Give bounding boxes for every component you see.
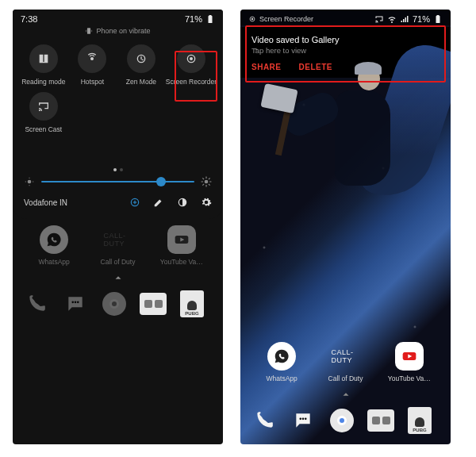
app-row: WhatsApp CALL-DUTY Call of Duty YouTube …	[244, 342, 447, 382]
svg-point-27	[251, 18, 254, 21]
status-notif-text: Screen Recorder	[259, 15, 313, 23]
slider-thumb[interactable]	[156, 177, 166, 186]
chevron-up-icon	[340, 389, 351, 400]
brightness-slider[interactable]	[13, 176, 223, 187]
app-cod[interactable]: CALL-DUTY Call of Duty	[87, 225, 148, 266]
svg-point-9	[205, 180, 209, 184]
app-whatsapp[interactable]: WhatsApp	[251, 342, 312, 382]
tile-screen-cast[interactable]: Screen Cast	[19, 92, 68, 133]
whatsapp-icon	[46, 232, 62, 248]
battery-icon	[205, 14, 215, 24]
svg-point-24	[75, 301, 77, 304]
pubg-icon: PUBG	[408, 407, 432, 434]
tile-screen-recorder[interactable]: Screen Recorder	[166, 44, 217, 86]
chrome-icon	[102, 292, 126, 316]
app-drawer-handle[interactable]	[244, 389, 447, 400]
qs-footer: Vodafone IN	[13, 187, 223, 211]
dock: PUBG	[16, 286, 220, 318]
battery-percent: 71%	[413, 14, 430, 24]
messages-icon	[65, 294, 86, 314]
dock-chrome[interactable]	[100, 290, 129, 318]
app-label: Call of Duty	[101, 258, 136, 266]
quick-settings-pane: 7:38 71% Phone on vibrate Reading mode H…	[13, 10, 223, 219]
theme-icon[interactable]	[177, 197, 188, 208]
status-bar: 7:38 71%	[13, 10, 223, 25]
dock-chrome[interactable]	[328, 406, 356, 435]
user-icon[interactable]	[129, 197, 140, 208]
dock-gallery[interactable]	[139, 290, 167, 318]
cast-status-icon	[374, 14, 384, 24]
gallery-icon	[140, 293, 167, 315]
status-notif-chip: Screen Recorder	[248, 15, 313, 23]
whatsapp-icon	[274, 348, 290, 364]
app-label: YouTube Va…	[160, 258, 203, 266]
svg-point-29	[299, 418, 301, 421]
qs-tiles-grid: Reading mode Hotspot Zen Mode Screen Rec…	[13, 35, 223, 135]
wifi-icon	[387, 14, 397, 24]
phone-icon	[26, 294, 47, 314]
dock-gallery[interactable]	[367, 406, 395, 435]
tile-zen-mode[interactable]: Zen Mode	[117, 44, 166, 86]
gallery-icon	[367, 409, 394, 432]
sun-dim-icon	[24, 176, 35, 187]
slider-track[interactable]	[41, 181, 194, 182]
notif-share-button[interactable]: SHARE	[251, 63, 282, 71]
record-icon	[185, 52, 198, 65]
status-right-icons: 71%	[374, 14, 443, 24]
battery-icon	[433, 14, 443, 24]
sun-bright-icon	[201, 176, 212, 187]
gear-icon[interactable]	[201, 197, 212, 208]
app-cod[interactable]: CALL-DUTY Call of Duty	[315, 342, 375, 382]
notification-card[interactable]: Video saved to Gallery Tap here to view …	[240, 27, 451, 78]
svg-point-25	[77, 301, 79, 304]
home-left: WhatsApp CALL-DUTY Call of Duty YouTube …	[13, 219, 223, 328]
app-youtube[interactable]: YouTube Va…	[379, 342, 440, 382]
svg-point-23	[71, 301, 74, 304]
notif-subtitle: Tap here to view	[251, 46, 440, 55]
hotspot-icon	[86, 52, 98, 65]
battery-percent: 71%	[185, 14, 202, 24]
tile-hotspot[interactable]: Hotspot	[68, 44, 117, 86]
dock-pubg[interactable]: PUBG	[178, 290, 206, 318]
dock-phone[interactable]	[250, 406, 278, 435]
edit-icon[interactable]	[153, 197, 164, 208]
svg-point-3	[190, 57, 193, 60]
status-time: 7:38	[21, 14, 37, 24]
youtube-icon	[401, 348, 417, 364]
pubg-icon: PUBG	[180, 290, 204, 317]
record-icon	[248, 15, 256, 23]
notif-title: Video saved to Gallery	[251, 35, 440, 44]
dock-pubg[interactable]: PUBG	[405, 406, 434, 435]
dock-phone[interactable]	[22, 290, 51, 318]
app-label: Call of Duty	[328, 374, 363, 382]
app-row: WhatsApp CALL-DUTY Call of Duty YouTube …	[16, 225, 220, 266]
notif-delete-button[interactable]: DELETE	[299, 63, 332, 71]
cod-wordmark: CALL-DUTY	[331, 348, 359, 364]
book-icon	[37, 52, 50, 65]
youtube-icon	[174, 232, 190, 248]
tile-reading-mode[interactable]: Reading mode	[19, 44, 68, 86]
chrome-icon	[330, 409, 354, 432]
phone-right: Screen Recorder 71% Video saved to Galle…	[240, 10, 451, 444]
page-indicator	[13, 168, 223, 171]
tile-label: Screen Recorder	[166, 78, 217, 86]
messages-icon	[293, 410, 313, 431]
app-whatsapp[interactable]: WhatsApp	[24, 225, 84, 266]
dock-messages[interactable]	[61, 290, 90, 318]
zen-icon	[135, 52, 148, 65]
status-right-icons: 71%	[185, 14, 215, 24]
svg-point-4	[28, 180, 32, 184]
vibrate-status: Phone on vibrate	[13, 27, 223, 35]
svg-line-17	[209, 178, 210, 179]
tile-label: Screen Cast	[25, 125, 62, 133]
app-youtube[interactable]: YouTube Va…	[152, 225, 212, 266]
dock-messages[interactable]	[289, 406, 317, 435]
carrier-label: Vodafone IN	[24, 198, 67, 207]
app-label: WhatsApp	[267, 374, 298, 382]
svg-line-14	[202, 178, 204, 179]
svg-line-16	[202, 184, 204, 186]
home-right: WhatsApp CALL-DUTY Call of Duty YouTube …	[240, 336, 451, 444]
app-drawer-handle[interactable]	[16, 272, 220, 283]
svg-point-30	[302, 418, 305, 421]
tile-label: Reading mode	[21, 78, 65, 86]
